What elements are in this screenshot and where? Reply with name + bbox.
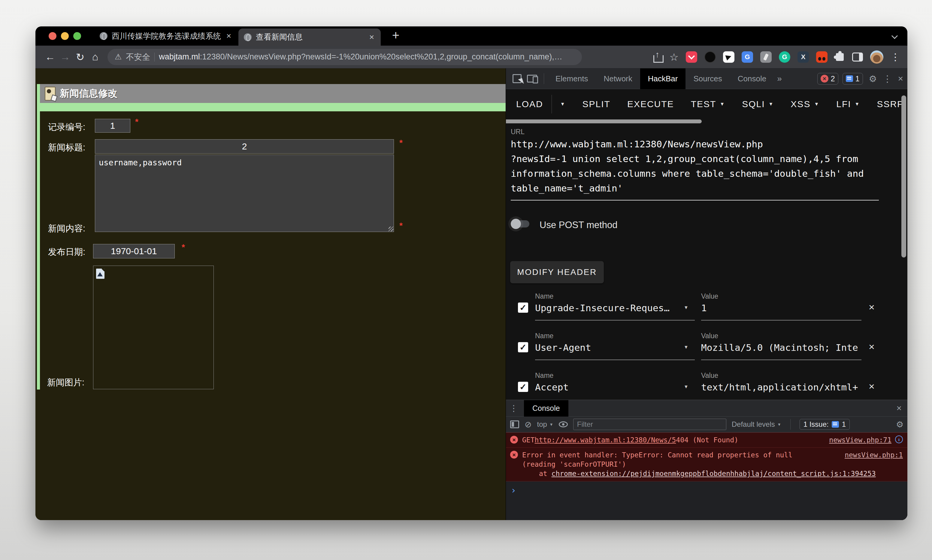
devtools-tab-hackbar[interactable]: HackBar [640,68,686,89]
hackbar-execute-button[interactable]: EXECUTE [627,99,674,109]
red-dots-extension-icon[interactable] [816,51,827,63]
dropdown-caret-icon[interactable]: ▼ [684,305,689,310]
error-url-link[interactable]: http://www.wabjtam.ml:12380/News/5 [535,435,676,445]
hackbar-xss-menu[interactable]: XSS [790,99,810,109]
modify-header-button[interactable]: MODIFY HEADER [510,261,604,283]
stack-trace-link[interactable]: chrome-extension://pejdijmoenmkgeppbflob… [551,470,876,477]
console-drawer-tab[interactable]: Console [524,400,568,417]
reload-icon[interactable]: ↻ [72,49,88,65]
back-icon[interactable]: ← [43,49,58,65]
clear-console-icon[interactable]: ⊘ [525,420,531,429]
device-toolbar-icon[interactable] [527,75,537,83]
publish-date-input[interactable] [93,244,175,258]
url-field-value[interactable]: http://www.wabjtam.ml:12380/News/newsVie… [511,137,897,196]
console-messages: × GET http://www.wabjtam.ml:12380/News/5… [506,432,907,499]
devtools-tab-console[interactable]: Console [730,68,774,89]
textarea-resize-handle[interactable] [388,226,393,231]
address-bar[interactable]: ⚠ 不安全 wabjtam.ml:12380/News/newsView.php… [108,49,582,65]
close-icon[interactable]: × [368,32,375,42]
paper-plane-extension-icon[interactable] [723,51,735,63]
error-count-badge[interactable]: ×2 [817,73,838,85]
remove-header-icon[interactable]: × [869,380,875,392]
hackbar-split-button[interactable]: SPLIT [582,99,610,109]
traffic-light-zoom[interactable] [73,32,81,40]
tab-search-chevron-icon[interactable] [892,34,898,38]
message-count-badge[interactable]: 1 [843,73,863,85]
devtools-settings-gear-icon[interactable]: ⚙ [869,74,877,84]
load-dropdown-caret-icon[interactable]: ▼ [560,102,566,107]
console-filter-input[interactable] [573,418,726,430]
remove-header-icon[interactable]: × [869,301,875,313]
news-title-input[interactable] [95,139,394,154]
dropdown-caret-icon[interactable]: ▼ [684,384,689,389]
new-tab-button[interactable]: + [387,26,404,46]
hackbar-sqli-menu[interactable]: SQLI [742,99,765,109]
url-text[interactable]: wabjtam.ml:12380/News/newsView.php?newsI… [159,52,562,62]
console-settings-gear-icon[interactable]: ⚙ [896,420,903,429]
vertical-scrollbar-thumb[interactable] [901,95,906,257]
gray-ribbon-extension-icon[interactable] [760,51,772,63]
dropdown-caret-icon[interactable]: ▼ [684,345,689,350]
header-checkbox[interactable]: ✓ [518,382,528,392]
news-content-textarea[interactable]: username,password [95,155,394,232]
header-value-input[interactable]: Mozilla/5.0 (Macintosh; Inte [701,342,860,353]
header-name-select[interactable]: User-Agent [535,342,678,353]
live-expression-eye-icon[interactable] [559,422,568,427]
divider [551,95,552,114]
record-id-input[interactable] [95,119,130,133]
issues-counter[interactable]: 1 Issue:1 [800,419,850,430]
console-sidebar-icon[interactable] [510,420,519,428]
not-secure-warning-icon[interactable]: ⚠ [115,52,122,62]
more-tabs-icon[interactable]: » [774,74,785,83]
remove-header-icon[interactable]: × [869,341,875,352]
hackbar-lfi-menu[interactable]: LFI [836,99,851,109]
share-icon[interactable] [653,52,662,62]
close-icon[interactable]: × [225,31,233,41]
hackbar-load-button[interactable]: LOAD [516,99,543,109]
horizontal-scrollbar-thumb[interactable] [506,120,702,123]
context-selector[interactable]: top▼ [537,420,553,429]
security-label[interactable]: 不安全 [126,52,150,62]
hackbar-ssrf-menu[interactable]: SSRF [877,99,903,109]
dropdown-caret-icon: ▼ [769,102,774,107]
devtools-tab-sources[interactable]: Sources [686,68,730,89]
console-prompt-chevron[interactable]: › [506,482,907,499]
translate-extension-icon[interactable]: G [742,51,753,63]
x-extension-icon[interactable]: X [798,51,809,63]
error-source-link[interactable]: newsView.php:71 [823,435,892,445]
hackbar-test-menu[interactable]: TEST [691,99,716,109]
profile-avatar[interactable] [870,51,883,64]
issues-count: 1 [842,420,846,429]
devtools-menu-kebab-icon[interactable]: ⋮ [883,74,892,84]
traffic-light-minimize[interactable] [61,32,69,40]
header-checkbox[interactable]: ✓ [518,342,528,352]
side-panel-icon[interactable] [852,52,863,62]
forward-icon[interactable]: → [58,49,72,65]
devtools-tab-network[interactable]: Network [596,68,640,89]
home-icon[interactable]: ⌂ [88,49,103,65]
traffic-light-close[interactable] [49,32,57,40]
drawer-menu-kebab-icon[interactable]: ⋮ [510,403,518,413]
required-asterisk: * [135,117,139,127]
error-source-link[interactable]: newsView.php:1 [839,451,903,460]
grammarly-extension-icon[interactable]: G [779,51,790,63]
header-name-select[interactable]: Upgrade-Insecure-Reques… [535,303,678,313]
inspect-element-icon[interactable] [513,74,522,83]
bookmark-star-icon[interactable]: ☆ [670,51,679,63]
dark-circle-extension-icon[interactable] [704,51,716,63]
header-name-select[interactable]: Accept [535,382,678,392]
use-post-toggle[interactable] [511,218,531,229]
console-close-icon[interactable]: × [896,403,902,413]
tab-course-system[interactable]: 西川传媒学院教务选课成绩系统 × [94,26,238,46]
devtools-tab-elements[interactable]: Elements [548,68,596,89]
log-levels-selector[interactable]: Default levels▼ [732,420,781,429]
initiator-icon[interactable]: ↕ [895,435,903,443]
header-checkbox[interactable]: ✓ [518,303,528,313]
header-value-input[interactable]: 1 [701,303,860,313]
tab-news-view[interactable]: 查看新闻信息 × [239,29,381,46]
header-value-input[interactable]: text/html,application/xhtml+ [701,382,860,392]
devtools-close-icon[interactable]: × [898,74,903,84]
browser-menu-kebab-icon[interactable]: ⋮ [890,51,900,63]
pocket-extension-icon[interactable] [686,51,697,63]
extensions-puzzle-icon[interactable] [836,53,844,61]
